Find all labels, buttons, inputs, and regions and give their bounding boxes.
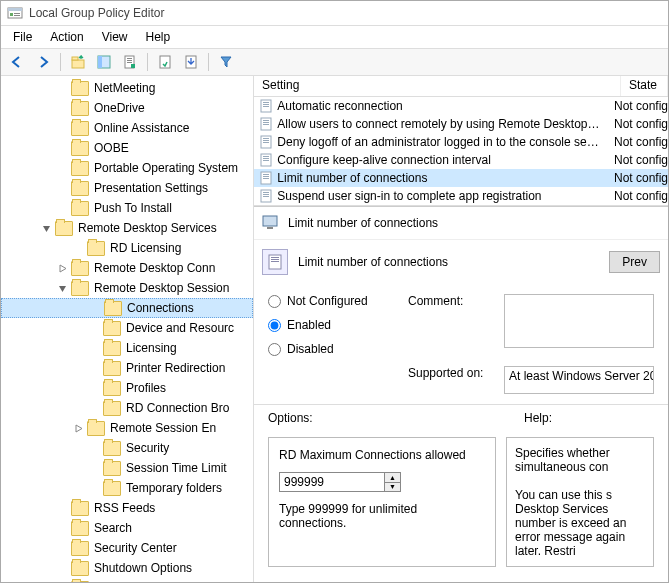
tree-item[interactable]: Profiles — [1, 378, 253, 398]
tree-item[interactable]: Temporary folders — [1, 478, 253, 498]
tree-item[interactable]: RSS Feeds — [1, 498, 253, 518]
tree-item-label: Remote Desktop Services — [78, 221, 217, 235]
tree-item[interactable]: Remote Desktop Session — [1, 278, 253, 298]
settings-list[interactable]: Automatic reconnectionNot configAllow us… — [254, 97, 668, 206]
max-connections-input[interactable] — [280, 473, 384, 491]
chevron-right-icon[interactable] — [55, 261, 69, 275]
svg-rect-13 — [131, 64, 135, 68]
refresh-button[interactable] — [153, 50, 177, 74]
folder-icon — [71, 561, 89, 576]
titlebar: Local Group Policy Editor — [1, 1, 668, 26]
prev-button[interactable]: Prev — [609, 251, 660, 273]
folder-icon — [71, 141, 89, 156]
svg-rect-8 — [98, 56, 102, 68]
radio-not-configured-input[interactable] — [268, 295, 281, 308]
chevron-right-icon[interactable] — [71, 421, 85, 435]
svg-rect-17 — [263, 102, 269, 103]
tree-item[interactable]: Remote Desktop Services — [1, 218, 253, 238]
tree-item[interactable]: Shutdown Options — [1, 558, 253, 578]
properties-button[interactable] — [118, 50, 142, 74]
menu-help[interactable]: Help — [138, 28, 179, 46]
tree-item[interactable]: Printer Redirection — [1, 358, 253, 378]
chevron-down-icon[interactable] — [55, 281, 69, 295]
tree-item-label: NetMeeting — [94, 81, 155, 95]
tree-item[interactable]: Smart Card — [1, 578, 253, 582]
folder-icon — [71, 201, 89, 216]
tree-item-label: Security Center — [94, 541, 177, 555]
list-setting: Configure keep-alive connection interval — [277, 153, 602, 167]
svg-rect-1 — [8, 8, 22, 11]
comment-field[interactable] — [504, 294, 654, 348]
tree-item-label: OOBE — [94, 141, 129, 155]
list-row[interactable]: Allow users to connect remotely by using… — [254, 115, 668, 133]
menu-file[interactable]: File — [5, 28, 40, 46]
expand-placeholder — [87, 461, 101, 475]
svg-rect-19 — [263, 106, 269, 107]
tree-item[interactable]: Connections — [1, 298, 253, 318]
folder-icon — [71, 581, 89, 583]
tree-item-label: Portable Operating System — [94, 161, 238, 175]
spin-up[interactable]: ▲ — [385, 473, 400, 483]
svg-rect-43 — [271, 257, 279, 258]
list-row[interactable]: Suspend user sign-in to complete app reg… — [254, 187, 668, 205]
tree-item[interactable]: RD Connection Bro — [1, 398, 253, 418]
max-connections-field[interactable]: ▲ ▼ — [279, 472, 401, 492]
menu-action[interactable]: Action — [42, 28, 91, 46]
tree-item[interactable]: Session Time Limit — [1, 458, 253, 478]
tree-item[interactable]: Security Center — [1, 538, 253, 558]
tree-item[interactable]: Online Assistance — [1, 118, 253, 138]
folder-icon — [103, 381, 121, 396]
svg-rect-44 — [271, 259, 279, 260]
up-button[interactable] — [66, 50, 90, 74]
menu-view[interactable]: View — [94, 28, 136, 46]
list-row[interactable]: Automatic reconnectionNot config — [254, 97, 668, 115]
export-button[interactable] — [179, 50, 203, 74]
supported-field: At least Windows Server 2003 — [504, 366, 654, 394]
tree-item[interactable]: OOBE — [1, 138, 253, 158]
radio-enabled[interactable]: Enabled — [268, 318, 388, 332]
radio-disabled[interactable]: Disabled — [268, 342, 388, 356]
forward-button[interactable] — [31, 50, 55, 74]
tree-item[interactable]: Remote Session En — [1, 418, 253, 438]
tree-item[interactable]: Presentation Settings — [1, 178, 253, 198]
tree-item[interactable]: Security — [1, 438, 253, 458]
tree-item[interactable]: Remote Desktop Conn — [1, 258, 253, 278]
help-text: Specifies whether simultaneous con You c… — [515, 446, 626, 558]
show-hide-tree-button[interactable] — [92, 50, 116, 74]
list-row[interactable]: Limit number of connectionsNot config — [254, 169, 668, 187]
col-state[interactable]: State — [621, 76, 668, 96]
radio-not-configured[interactable]: Not Configured — [268, 294, 388, 308]
tree-item[interactable]: Push To Install — [1, 198, 253, 218]
list-row[interactable]: Deny logoff of an administrator logged i… — [254, 133, 668, 151]
list-row[interactable]: Configure keep-alive connection interval… — [254, 151, 668, 169]
nav-tree[interactable]: NetMeetingOneDriveOnline AssistanceOOBEP… — [1, 76, 254, 582]
tree-item-label: Remote Desktop Conn — [94, 261, 215, 275]
radio-disabled-input[interactable] — [268, 343, 281, 356]
filter-button[interactable] — [214, 50, 238, 74]
col-setting[interactable]: Setting — [254, 76, 621, 96]
folder-icon — [71, 261, 89, 276]
supported-label: Supported on: — [408, 366, 494, 380]
tree-item[interactable]: Device and Resourc — [1, 318, 253, 338]
expand-placeholder — [55, 561, 69, 575]
options-label: Options: — [268, 411, 484, 425]
spin-down[interactable]: ▼ — [385, 483, 400, 492]
svg-rect-10 — [127, 58, 132, 59]
folder-icon — [87, 241, 105, 256]
tree-item[interactable]: OneDrive — [1, 98, 253, 118]
tree-item[interactable]: Search — [1, 518, 253, 538]
tree-item[interactable]: RD Licensing — [1, 238, 253, 258]
back-button[interactable] — [5, 50, 29, 74]
expand-placeholder — [88, 301, 102, 315]
svg-rect-31 — [263, 160, 269, 161]
tree-item[interactable]: NetMeeting — [1, 78, 253, 98]
tree-item[interactable]: Licensing — [1, 338, 253, 358]
toolbar-separator — [147, 53, 148, 71]
tree-item[interactable]: Portable Operating System — [1, 158, 253, 178]
chevron-down-icon[interactable] — [39, 221, 53, 235]
policy-item-icon — [258, 170, 273, 186]
tree-item-label: Push To Install — [94, 201, 172, 215]
radio-enabled-input[interactable] — [268, 319, 281, 332]
option-hint: Type 999999 for unlimited connections. — [279, 502, 485, 530]
options-panel: RD Maximum Connections allowed ▲ ▼ Type … — [268, 437, 496, 567]
